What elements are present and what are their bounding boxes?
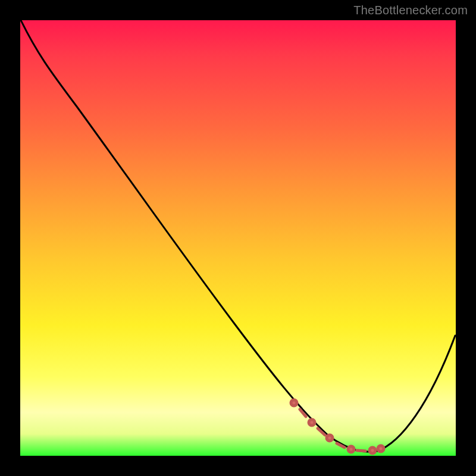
svg-point-0 [291, 400, 297, 406]
svg-point-9 [378, 446, 384, 452]
trough-markers [291, 400, 384, 453]
bottleneck-curve-svg [20, 20, 456, 456]
svg-point-8 [369, 447, 375, 453]
watermark-credit: TheBottlenecker.com [353, 4, 468, 17]
svg-line-7 [357, 450, 365, 451]
chart-frame: TheBottlenecker.com [0, 0, 476, 476]
plot-area [20, 20, 456, 456]
svg-point-6 [348, 446, 354, 452]
svg-point-4 [327, 435, 333, 441]
svg-point-2 [309, 419, 315, 425]
svg-line-5 [337, 443, 345, 447]
bottleneck-curve [21, 20, 455, 452]
